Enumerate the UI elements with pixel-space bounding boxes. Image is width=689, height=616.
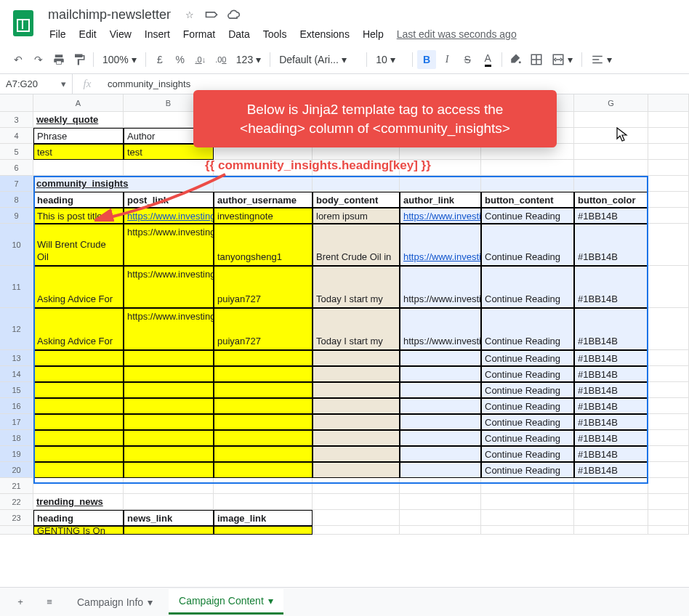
cell[interactable] — [33, 414, 124, 430]
borders-button[interactable] — [527, 50, 546, 69]
cell[interactable] — [214, 494, 313, 510]
cell[interactable] — [124, 526, 214, 535]
currency-button[interactable]: £ — [150, 50, 169, 69]
cell[interactable] — [574, 144, 648, 160]
cell[interactable] — [313, 462, 400, 478]
cell[interactable] — [214, 414, 313, 430]
cell[interactable] — [214, 382, 313, 398]
menu-view[interactable]: View — [104, 25, 137, 43]
cell[interactable] — [33, 350, 124, 366]
italic-button[interactable]: I — [438, 50, 456, 69]
horizontal-align-button[interactable]: ▾ — [587, 50, 616, 69]
cell[interactable] — [313, 430, 400, 446]
cell[interactable] — [400, 526, 481, 535]
cell[interactable] — [313, 478, 400, 494]
cell[interactable] — [313, 446, 400, 462]
row-header[interactable]: 7 — [0, 176, 33, 192]
percent-button[interactable]: % — [171, 50, 190, 69]
menu-help[interactable]: Help — [357, 25, 390, 43]
strikethrough-button[interactable]: S — [458, 50, 477, 69]
cell[interactable] — [124, 366, 214, 382]
row-header[interactable]: 5 — [0, 144, 33, 160]
cell[interactable] — [313, 350, 400, 366]
cell[interactable] — [400, 510, 481, 526]
cell[interactable]: Today I start my — [313, 308, 400, 350]
redo-button[interactable]: ↷ — [29, 50, 48, 69]
cell[interactable]: https://www.investingnote.com/posts/2469… — [124, 308, 214, 350]
cell[interactable] — [400, 430, 481, 446]
select-all-cell[interactable] — [0, 94, 33, 112]
cell[interactable] — [648, 446, 689, 462]
zoom-select[interactable]: 100% ▾ — [98, 50, 141, 69]
cell[interactable] — [648, 128, 689, 144]
cell[interactable]: Continue Reading — [481, 430, 574, 446]
cell[interactable] — [313, 526, 400, 535]
cell[interactable] — [214, 350, 313, 366]
cell[interactable]: Today I start my — [313, 266, 400, 308]
cell[interactable] — [214, 526, 313, 535]
row-header[interactable]: 22 — [0, 494, 33, 510]
cell[interactable]: Continue Reading — [481, 208, 574, 224]
cell[interactable] — [33, 398, 124, 414]
paint-format-button[interactable] — [70, 50, 89, 69]
cell[interactable] — [400, 176, 481, 192]
row-header[interactable]: 14 — [0, 366, 33, 382]
cell[interactable] — [648, 382, 689, 398]
cell[interactable] — [400, 350, 481, 366]
fill-color-button[interactable] — [507, 50, 525, 69]
cell[interactable] — [400, 382, 481, 398]
cell[interactable]: https://www.investingnote — [400, 208, 481, 224]
cell[interactable]: Continue Reading — [481, 350, 574, 366]
cell[interactable]: button_content — [481, 192, 574, 208]
add-sheet-button[interactable]: + — [9, 591, 32, 614]
cell[interactable]: #1BB14B — [574, 366, 648, 382]
cell[interactable] — [33, 446, 124, 462]
bold-button[interactable]: B — [417, 50, 436, 69]
last-edit-link[interactable]: Last edit was seconds ago — [397, 25, 517, 43]
cell[interactable]: trending_news — [33, 494, 124, 510]
cell[interactable]: Continue Reading — [481, 266, 574, 308]
row-header[interactable]: 12 — [0, 308, 33, 350]
column-header[interactable] — [648, 94, 689, 112]
cell[interactable]: news_link — [124, 510, 214, 526]
cell[interactable] — [214, 462, 313, 478]
cell[interactable] — [481, 494, 574, 510]
cell[interactable] — [481, 478, 574, 494]
merge-cells-button[interactable]: ▾ — [547, 50, 577, 69]
column-header[interactable]: G — [574, 94, 648, 112]
cell[interactable] — [648, 308, 689, 350]
name-box[interactable]: A7:G20▾ — [0, 74, 73, 94]
undo-button[interactable]: ↶ — [9, 50, 28, 69]
move-icon[interactable] — [204, 8, 219, 23]
cell[interactable] — [400, 478, 481, 494]
cell[interactable]: https://www.investingnote.com/posts/2470… — [124, 224, 214, 266]
row-header[interactable]: 13 — [0, 350, 33, 366]
row-header[interactable]: 17 — [0, 414, 33, 430]
decrease-decimal-button[interactable]: .0↓ — [191, 50, 210, 69]
cell[interactable]: https://www.investingnote — [400, 266, 481, 308]
sheets-logo[interactable] — [9, 9, 38, 38]
cell[interactable] — [214, 366, 313, 382]
cloud-icon[interactable] — [226, 8, 241, 23]
sheet-tab-campaign-info[interactable]: Campaign Info▾ — [67, 591, 163, 614]
cell[interactable] — [214, 446, 313, 462]
cell[interactable] — [648, 350, 689, 366]
cell[interactable] — [648, 430, 689, 446]
sheet-tab-campaign-content[interactable]: Campaign Content▾ — [169, 589, 283, 615]
cell[interactable]: #1BB14B — [574, 266, 648, 308]
font-size-select[interactable]: 10 ▾ — [371, 50, 408, 69]
cell[interactable]: #1BB14B — [574, 224, 648, 266]
menu-tools[interactable]: Tools — [257, 25, 293, 43]
cell[interactable] — [648, 176, 689, 192]
cell[interactable] — [481, 176, 574, 192]
cell[interactable] — [124, 350, 214, 366]
row-header[interactable]: 4 — [0, 128, 33, 144]
cell[interactable]: https://www.investingnote — [400, 308, 481, 350]
cell[interactable] — [648, 494, 689, 510]
cell[interactable] — [648, 478, 689, 494]
cell[interactable] — [124, 446, 214, 462]
menu-insert[interactable]: Insert — [139, 25, 176, 43]
row-header[interactable]: 11 — [0, 266, 33, 308]
cell[interactable]: Continue Reading — [481, 366, 574, 382]
cell[interactable] — [313, 510, 400, 526]
